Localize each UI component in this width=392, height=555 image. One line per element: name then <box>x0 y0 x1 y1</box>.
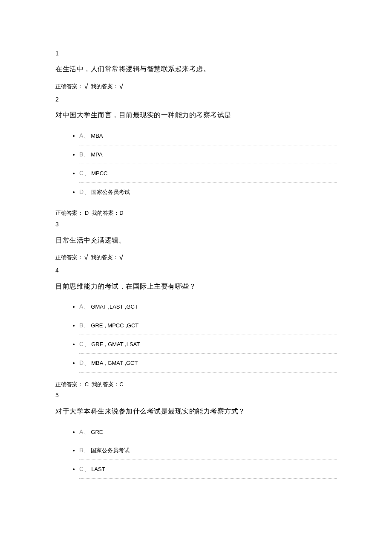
option-text: GRE , GMAT ,LSAT <box>91 341 140 347</box>
correct-label: 正确答案： <box>55 254 83 260</box>
option-item: A、GRE <box>79 423 337 442</box>
mine-label: 我的答案： <box>92 210 119 216</box>
option-item: D、国家公务员考试 <box>79 183 337 202</box>
option-item: B、GRE , MPCC ,GCT <box>79 316 337 335</box>
correct-label: 正确答案： <box>55 83 83 90</box>
correct-answer: √ <box>83 82 89 91</box>
option-letter: A、 <box>79 303 90 310</box>
option-item: D、MBA , GMAT ,GCT <box>79 354 337 373</box>
option-item: A、MBA <box>79 127 337 145</box>
option-item: C、MPCC <box>79 164 337 183</box>
option-text: MBA , GMAT ,GCT <box>91 360 138 366</box>
correct-answer: D <box>85 210 89 216</box>
document-page: 1 在生活中，人们常常将逻辑与智慧联系起来考虑。 正确答案：√ 我的答案：√ 2… <box>0 0 392 555</box>
option-letter: C、 <box>79 170 90 176</box>
option-text: GMAT ,LAST ,GCT <box>91 304 138 310</box>
mine-label: 我的答案： <box>92 381 119 387</box>
option-text: GRE <box>91 429 103 435</box>
option-text: GRE , MPCC ,GCT <box>91 322 138 329</box>
option-item: C、LAST <box>79 460 337 479</box>
option-text: LAST <box>91 466 105 472</box>
question-text: 对中国大学生而言，目前最现实的一种能力的考察考试是 <box>55 110 337 121</box>
option-text: MBA <box>91 133 103 139</box>
option-letter: C、 <box>79 341 90 347</box>
question-number: 1 <box>55 49 337 58</box>
option-letter: A、 <box>79 428 90 435</box>
option-item: A、GMAT ,LAST ,GCT <box>79 298 337 316</box>
option-letter: B、 <box>79 322 90 329</box>
question-number: 4 <box>55 266 337 275</box>
mine-label: 我的答案： <box>91 254 118 260</box>
answer-line: 正确答案： C 我的答案：C <box>55 380 337 389</box>
my-answer: D <box>119 210 123 216</box>
correct-answer: C <box>85 381 89 387</box>
option-list: A、GRE B、国家公务员考试 C、LAST <box>55 423 337 479</box>
mine-label: 我的答案： <box>91 83 118 90</box>
option-item: B、国家公务员考试 <box>79 441 337 460</box>
question-text: 对于大学本科生来说参加什么考试是最现实的能力考察方式？ <box>55 406 337 417</box>
correct-label: 正确答案： <box>55 381 83 387</box>
correct-answer: √ <box>83 253 89 262</box>
question-text: 目前思维能力的考试，在国际上主要有哪些？ <box>55 281 337 292</box>
option-list: A、MBA B、MPA C、MPCC D、国家公务员考试 <box>55 127 337 201</box>
option-letter: D、 <box>79 188 90 195</box>
option-text: MPA <box>91 151 102 158</box>
question-number: 5 <box>55 390 337 400</box>
option-item: B、MPA <box>79 145 337 164</box>
question-text: 在生活中，人们常常将逻辑与智慧联系起来考虑。 <box>55 64 337 75</box>
option-text: 国家公务员考试 <box>91 189 130 195</box>
option-text: MPCC <box>91 170 107 176</box>
my-answer: √ <box>118 82 124 91</box>
my-answer: √ <box>118 253 124 262</box>
my-answer: C <box>119 381 123 387</box>
answer-line: 正确答案：√ 我的答案：√ <box>55 251 337 264</box>
option-letter: B、 <box>79 447 90 454</box>
question-text: 日常生活中充满逻辑。 <box>55 235 337 246</box>
option-list: A、GMAT ,LAST ,GCT B、GRE , MPCC ,GCT C、GR… <box>55 298 337 372</box>
option-letter: D、 <box>79 359 90 366</box>
option-letter: A、 <box>79 132 90 139</box>
option-text: 国家公务员考试 <box>91 447 130 454</box>
answer-line: 正确答案：√ 我的答案：√ <box>55 81 337 93</box>
option-item: C、GRE , GMAT ,LSAT <box>79 335 337 354</box>
option-letter: C、 <box>79 465 90 472</box>
question-number: 2 <box>55 95 337 104</box>
correct-label: 正确答案： <box>55 210 83 216</box>
answer-line: 正确答案： D 我的答案：D <box>55 209 337 218</box>
question-number: 3 <box>55 220 337 229</box>
option-letter: B、 <box>79 151 90 158</box>
